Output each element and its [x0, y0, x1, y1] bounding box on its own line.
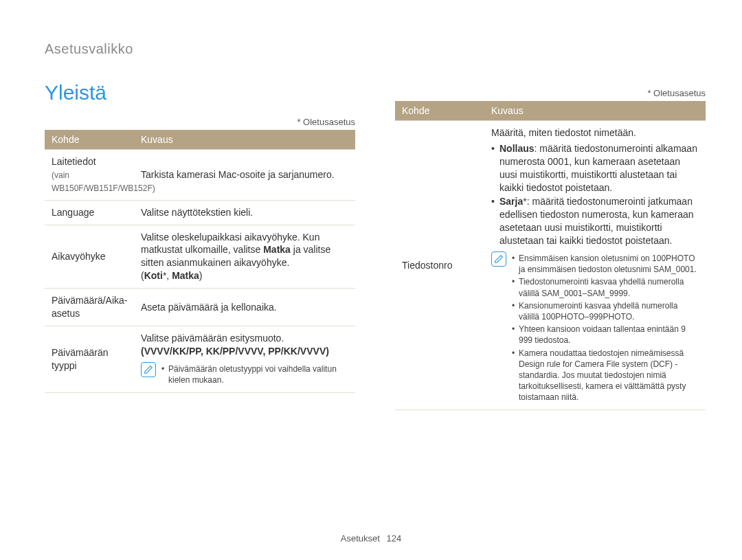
default-note-right: * Oletusasetus	[395, 88, 706, 98]
section-title: Yleistä	[45, 81, 106, 104]
row-kohde: Language	[45, 200, 134, 225]
page-footer: Asetukset 124	[0, 533, 742, 544]
left-column: * Oletusasetus Kohde Kuvaus Laitetiedot …	[45, 117, 355, 393]
note-text: Yhteen kansioon voidaan tallentaa enintä…	[512, 324, 699, 346]
note-icon	[141, 362, 156, 377]
row-kohde: Tiedostonro	[395, 121, 484, 410]
breadcrumb: Asetusvalikko	[45, 41, 133, 57]
note-text: Kamera noudattaa tiedostojen nimeämisess…	[512, 348, 699, 403]
table-row: Päivämäärä/Aika-asetus Aseta päivämäärä …	[45, 289, 355, 326]
row-kuvaus: Aseta päivämäärä ja kellonaika.	[134, 289, 355, 326]
note-text: Tiedostonumerointi kasvaa yhdellä numero…	[512, 276, 699, 298]
table-row: Aikavyöhyke Valitse oleskelupaikkasi aik…	[45, 225, 355, 289]
th-kuvaus: Kuvaus	[484, 101, 706, 121]
page-number: 124	[387, 533, 402, 544]
row-kohde: Aikavyöhyke	[45, 225, 134, 289]
settings-table-right: Kohde Kuvaus Tiedostonro Määritä, miten …	[395, 101, 706, 410]
table-row: Tiedostonro Määritä, miten tiedostot nim…	[395, 121, 706, 410]
row-kuvaus: Määritä, miten tiedostot nimetään. Nolla…	[484, 121, 706, 410]
row-kuvaus: Valitse oleskelupaikkasi aikavyöhyke. Ku…	[134, 225, 355, 289]
footer-section: Asetukset	[341, 533, 380, 544]
row-kuvaus: Tarkista kamerasi Mac-osoite ja sarjanum…	[134, 150, 355, 201]
row-kohde: Päivämäärä/Aika-asetus	[45, 289, 134, 326]
row-kohde: Päivämäärän tyyppi	[45, 326, 134, 392]
row-kohde: Laitetiedot	[52, 156, 96, 167]
right-column: * Oletusasetus Kohde Kuvaus Tiedostonro …	[395, 88, 706, 410]
note-icon	[491, 251, 506, 267]
th-kohde: Kohde	[45, 130, 134, 150]
table-row: Laitetiedot (vain WB150F/WB151F/WB152F) …	[45, 150, 355, 201]
note-text: Päivämäärän oletustyyppi voi vaihdella v…	[161, 363, 348, 385]
table-row: Päivämäärän tyyppi Valitse päivämäärän e…	[45, 326, 355, 392]
row-kuvaus: Valitse näyttötekstien kieli.	[134, 200, 355, 225]
note-text: Kansionumerointi kasvaa yhdellä numeroll…	[512, 300, 699, 322]
th-kohde: Kohde	[395, 101, 484, 121]
settings-table-left: Kohde Kuvaus Laitetiedot (vain WB150F/WB…	[45, 130, 355, 393]
note-text: Ensimmäisen kansion oletusnimi on 100PHO…	[512, 253, 699, 275]
table-row: Language Valitse näyttötekstien kieli.	[45, 200, 355, 225]
th-kuvaus: Kuvaus	[134, 130, 355, 150]
row-kuvaus: Valitse päivämäärän esitysmuoto. (VVVV/K…	[134, 326, 355, 392]
default-note-left: * Oletusasetus	[45, 117, 355, 127]
